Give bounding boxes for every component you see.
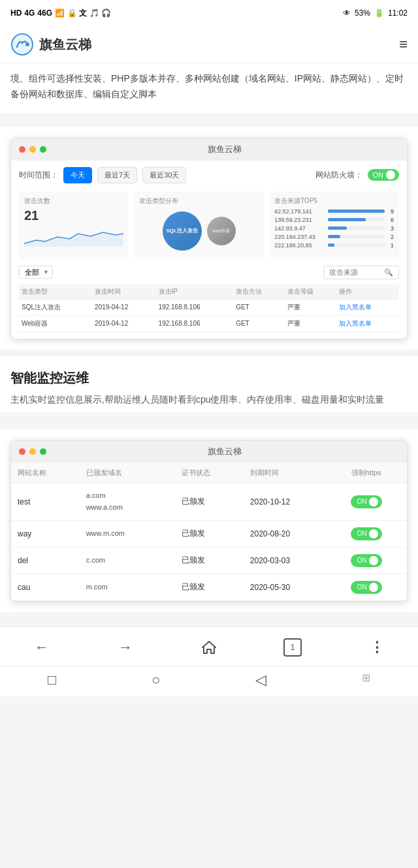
https-row-1: way www.m.com 已颁发 2020-08-20 ON bbox=[11, 521, 407, 548]
https-table-header: 网站名称 已颁发域名 证书状态 到期时间 强制https bbox=[11, 463, 407, 484]
toggle-label: ON bbox=[357, 530, 367, 537]
site-name: way bbox=[18, 529, 86, 538]
top5-item-4: 222.186.20.85 1 bbox=[274, 242, 394, 249]
minimize-dot bbox=[29, 146, 36, 153]
monitor-title: 智能监控运维 bbox=[10, 369, 408, 387]
toggle-on-btn[interactable]: ON bbox=[351, 527, 382, 540]
firewall-panel: 时间范围： 今天 最近7天 最近30天 网站防火墙： ON 攻击次数 21 bbox=[11, 161, 407, 339]
signal-full: 📶 bbox=[55, 8, 65, 18]
https-section: 旗鱼云梯 网站名称 已颁发域名 证书状态 到期时间 强制https test a… bbox=[0, 429, 418, 612]
search-input[interactable] bbox=[329, 268, 381, 276]
col-attack-level: 攻击等级 bbox=[285, 285, 336, 300]
forward-button[interactable]: → bbox=[106, 639, 145, 656]
col-attack-ip: 攻击IP bbox=[156, 285, 234, 300]
https-window-title: 旗鱼云梯 bbox=[50, 446, 399, 457]
square-button[interactable]: □ bbox=[48, 672, 56, 689]
toggle-on-btn[interactable]: ON bbox=[351, 581, 382, 594]
logo-icon bbox=[10, 33, 34, 56]
filter-select[interactable]: 全部 bbox=[19, 266, 53, 279]
expire-date: 2020-05-30 bbox=[250, 583, 332, 592]
fw-controls-row: 时间范围： 今天 最近7天 最近30天 网站防火墙： ON bbox=[19, 167, 399, 183]
https-toggle-2[interactable]: ON bbox=[332, 554, 400, 567]
https-toggle-1[interactable]: ON bbox=[332, 527, 400, 540]
network-indicator: HD bbox=[10, 8, 22, 18]
hamburger-menu[interactable]: ≡ bbox=[399, 36, 408, 53]
close-dot bbox=[19, 448, 25, 455]
home-icon bbox=[201, 639, 217, 656]
firewall-toggle[interactable]: ON bbox=[368, 169, 400, 181]
toggle-label: ON bbox=[357, 557, 367, 564]
site-name: cau bbox=[18, 583, 86, 592]
monitor-desc: 主机实时监控信息展示,帮助运维人员随时看到cpu使用率、内存使用率、磁盘用量和实… bbox=[10, 392, 408, 408]
extra-icon: ⊞ bbox=[362, 672, 370, 689]
firewall-label: 网站防火墙： bbox=[315, 170, 362, 181]
toggle-btn-circle bbox=[369, 583, 378, 592]
domain-name: a.comwww.a.com bbox=[86, 490, 182, 513]
top5-item-2: 142.93.9.47 3 bbox=[274, 225, 394, 232]
sql-bubble: SQL注入攻击 bbox=[163, 211, 202, 251]
close-dot bbox=[19, 146, 25, 153]
clock: 11:02 bbox=[388, 8, 408, 18]
cert-status: 已颁发 bbox=[182, 528, 250, 539]
attack-dist-label: 攻击类型分布 bbox=[139, 196, 259, 206]
stats-row: 攻击次数 21 攻击类型分布 SQL注入攻击 web bbox=[19, 191, 399, 259]
col-action: 操作 bbox=[336, 285, 399, 300]
toggle-on-text: ON bbox=[373, 171, 384, 179]
cell-ip: 192.168.8.106 bbox=[156, 299, 234, 315]
btn-week[interactable]: 最近7天 bbox=[97, 167, 137, 183]
app-logo: 旗鱼云梯 bbox=[10, 33, 91, 56]
https-row-0: test a.comwww.a.com 已颁发 2020-10-12 ON bbox=[11, 484, 407, 520]
col-site-header: 网站名称 bbox=[18, 468, 86, 478]
cell-time: 2019-04-12 bbox=[92, 299, 155, 315]
blacklist-link[interactable]: 加入黑名单 bbox=[339, 303, 372, 311]
toggle-on-btn[interactable]: ON bbox=[351, 554, 382, 567]
https-row-3: cau m.com 已颁发 2020-05-30 ON bbox=[11, 574, 407, 601]
site-name: del bbox=[18, 556, 86, 565]
domain-name: www.m.com bbox=[86, 528, 182, 540]
blacklist-link[interactable]: 加入黑名单 bbox=[339, 320, 372, 327]
cert-status: 已颁发 bbox=[182, 581, 250, 593]
filter-wrap[interactable]: 全部 ▼ bbox=[19, 266, 53, 279]
fw-filter-row: 全部 ▼ 🔍 bbox=[19, 266, 399, 279]
domain-name: m.com bbox=[86, 581, 182, 593]
cell-method: GET bbox=[233, 299, 285, 315]
tab-button[interactable]: 1 bbox=[273, 638, 312, 657]
cell-time: 2019-04-12 bbox=[92, 315, 155, 332]
https-titlebar: 旗鱼云梯 bbox=[11, 441, 407, 463]
battery-icon: 🔋 bbox=[374, 8, 384, 18]
tab-count[interactable]: 1 bbox=[283, 638, 302, 657]
icons-row: 🔒 文 🎵 🎧 bbox=[67, 8, 111, 19]
maximize-dot bbox=[40, 146, 46, 153]
cell-level: 严重 bbox=[285, 315, 336, 332]
back-triangle-button[interactable]: ◁ bbox=[255, 672, 266, 689]
expire-date: 2020-03-03 bbox=[250, 556, 332, 565]
https-toggle-0[interactable]: ON bbox=[332, 495, 400, 508]
dist-bubbles: SQL注入攻击 web容器 bbox=[139, 208, 259, 254]
toggle-btn-circle bbox=[369, 556, 378, 565]
search-box[interactable]: 🔍 bbox=[323, 266, 399, 279]
btn-month[interactable]: 最近30天 bbox=[142, 167, 186, 183]
cert-status: 已颁发 bbox=[182, 555, 250, 566]
col-expire-header: 到期时间 bbox=[250, 468, 332, 478]
signal-4g: 4G bbox=[24, 8, 35, 18]
home-button[interactable] bbox=[189, 639, 229, 656]
system-bar: □ ○ ◁ ⊞ bbox=[0, 666, 418, 696]
circle-button[interactable]: ○ bbox=[152, 672, 160, 689]
description-text: 境、组件可选择性安装、PHP多版本并存、多种网站创建（域名网站、IP网站、静态网… bbox=[0, 63, 418, 113]
table-row: Web容器 2019-04-12 192.168.8.106 GET 严重 加入… bbox=[19, 315, 399, 332]
col-https-header: 强制https bbox=[332, 468, 400, 478]
attack-count-box: 攻击次数 21 bbox=[19, 191, 129, 259]
cell-ip: 192.168.8.106 bbox=[156, 315, 234, 332]
https-toggle-3[interactable]: ON bbox=[332, 581, 400, 594]
attack-count-label: 攻击次数 bbox=[24, 196, 123, 206]
more-menu-button[interactable]: ⋮ bbox=[357, 639, 396, 656]
col-cert-header: 证书状态 bbox=[182, 468, 250, 478]
attack-dist-box: 攻击类型分布 SQL注入攻击 web容器 bbox=[134, 191, 264, 259]
web-bubble: web容器 bbox=[207, 217, 236, 245]
cell-type: SQL注入攻击 bbox=[19, 299, 92, 315]
toggle-on-btn[interactable]: ON bbox=[351, 495, 382, 508]
status-left: HD 4G 46G 📶 🔒 文 🎵 🎧 bbox=[10, 8, 111, 19]
back-button[interactable]: ← bbox=[22, 639, 61, 656]
btn-today[interactable]: 今天 bbox=[63, 167, 92, 183]
attack-count-value: 21 bbox=[24, 208, 123, 223]
